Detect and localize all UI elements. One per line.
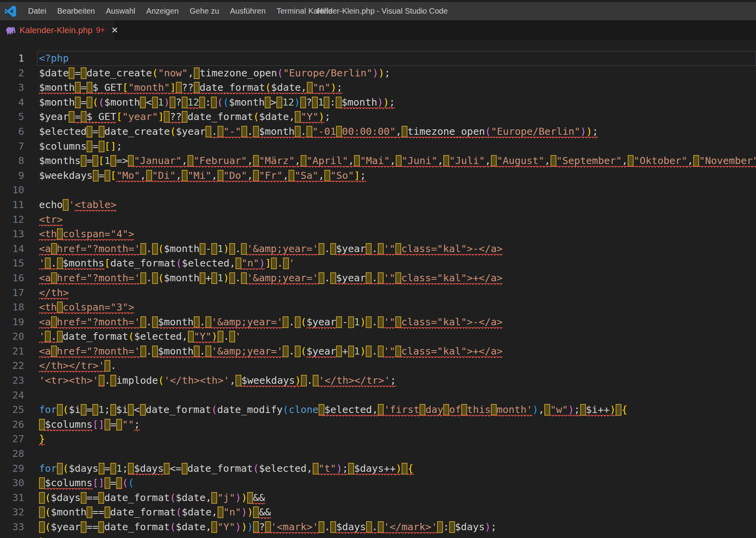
code-token: 1 xyxy=(354,316,360,328)
line-number: 11 xyxy=(0,198,24,212)
menu-item-datei[interactable]: Datei xyxy=(23,2,52,20)
nbsp-highlight-box xyxy=(378,404,384,416)
code-token: ) xyxy=(241,506,247,518)
code-token: "Di" xyxy=(152,169,176,181)
code-token: ' xyxy=(39,330,45,342)
code-token: $elected, xyxy=(324,404,378,415)
code-token: </th> xyxy=(39,287,69,298)
close-icon[interactable]: ✕ xyxy=(111,25,118,35)
code-line-content: <thcolspan="3"> xyxy=(39,300,134,315)
nbsp-highlight-box xyxy=(75,97,81,108)
code-token: ; xyxy=(389,96,395,108)
code-token: ) xyxy=(223,272,229,284)
nbsp-highlight-box xyxy=(580,404,586,416)
menu-item-gehe-zu[interactable]: Gehe zu xyxy=(184,2,225,20)
code-token: date_format xyxy=(104,521,170,533)
nbsp-highlight-box xyxy=(104,170,110,182)
code-token: date_modify xyxy=(217,404,283,415)
menu-item-bearbeiten[interactable]: Bearbeiten xyxy=(52,2,101,20)
code-token: ; xyxy=(104,404,110,415)
code-token: . xyxy=(146,243,152,254)
code-token: . xyxy=(200,345,205,357)
code-token: ; xyxy=(592,125,598,137)
line-number: 26 xyxy=(0,417,24,432)
code-token: of xyxy=(449,404,461,415)
code-token: . xyxy=(110,360,116,371)
code-token: $month xyxy=(39,96,75,108)
nbsp-highlight-box xyxy=(283,346,289,357)
code-line: 18<thcolspan="3"> xyxy=(0,300,756,315)
code-token: '&amp;year=' xyxy=(211,316,283,328)
nbsp-highlight-box xyxy=(312,97,318,108)
code-token: ] xyxy=(99,418,104,430)
code-line: 6$elected=date_create($year."-".$month."… xyxy=(0,124,756,139)
nbsp-highlight-box xyxy=(39,477,45,489)
code-token: ( xyxy=(223,96,229,108)
code-token: ( xyxy=(176,506,182,518)
menu-item-anzeigen[interactable]: Anzeigen xyxy=(141,2,184,20)
code-token: ] xyxy=(99,477,104,489)
code-line: 29for($days=1;$days<=date_format($electe… xyxy=(0,461,756,476)
code-line: 12<tr> xyxy=(0,212,756,227)
code-line: 25for($i=1;$i<date_format(date_modify(cl… xyxy=(0,402,756,417)
code-token: date_format xyxy=(110,257,176,269)
code-editor[interactable]: 1<?php2$date=date_create("now",timezone_… xyxy=(0,40,756,538)
code-token: $month xyxy=(158,316,194,328)
code-token: = xyxy=(92,140,98,152)
code-line-content: ($days==date_format($date,"j"))&& xyxy=(39,490,265,505)
code-token: ? xyxy=(306,96,312,108)
code-token: ( xyxy=(45,492,51,503)
menu-item-terminal[interactable]: Terminal xyxy=(271,2,312,20)
code-token: '&amp;year=' xyxy=(211,345,283,357)
code-token: = xyxy=(74,111,80,122)
code-token: : xyxy=(443,521,449,533)
nbsp-highlight-box xyxy=(378,316,384,328)
code-token: '" xyxy=(384,272,396,284)
code-token: . xyxy=(146,272,152,284)
code-token: "August" xyxy=(497,155,544,166)
code-token: ) xyxy=(319,111,324,122)
nbsp-highlight-box xyxy=(218,126,223,138)
code-token: implode xyxy=(116,374,158,386)
code-line: 23'<tr><th>'.implode('</th><th>',$weekda… xyxy=(0,373,756,388)
nbsp-highlight-box xyxy=(229,331,235,342)
code-token: [] xyxy=(104,140,117,152)
code-token: "Oktober" xyxy=(634,155,687,166)
code-token: $elected, xyxy=(134,330,188,342)
code-token: ( xyxy=(158,243,164,254)
code-token: $date xyxy=(39,67,69,79)
code-token: ( xyxy=(283,404,289,415)
nbsp-highlight-box xyxy=(110,155,116,167)
code-token: ) xyxy=(610,404,616,415)
code-token: 1 xyxy=(104,155,110,166)
nbsp-highlight-box xyxy=(366,243,372,255)
code-token: class="kal">+</a> xyxy=(401,272,503,284)
code-token: ; xyxy=(134,418,140,430)
nbsp-highlight-box xyxy=(205,316,211,328)
code-token: timezone_open xyxy=(407,125,485,137)
code-token: . xyxy=(324,243,330,254)
nbsp-highlight-box xyxy=(194,67,200,79)
code-line-content: $month=(($month<1)?12:(($month>12)?1:$mo… xyxy=(39,95,395,110)
code-token: ' xyxy=(235,330,241,342)
code-token: . xyxy=(372,272,377,284)
nbsp-highlight-box xyxy=(336,97,342,108)
code-token: "Y" xyxy=(194,330,212,342)
line-number: 29 xyxy=(0,461,24,476)
code-token: = xyxy=(87,404,92,415)
code-token: month' xyxy=(497,404,533,415)
code-token: < xyxy=(134,404,140,415)
code-line-content: <ahref="?month='.($month+1).'&amp;year='… xyxy=(39,271,503,286)
code-token: <table> xyxy=(74,199,116,210)
menu-item-auswahl[interactable]: Auswahl xyxy=(100,2,141,20)
tab-kalender-klein-php[interactable]: Kalender-Klein.php 9+ ✕ xyxy=(0,20,115,40)
nbsp-highlight-box xyxy=(194,82,200,93)
code-token: ) xyxy=(247,521,253,533)
menu-item-ausfuhren[interactable]: Ausführen xyxy=(225,2,271,20)
line-number: 10 xyxy=(0,183,24,198)
code-line: 26$columns[]=""; xyxy=(0,417,756,432)
line-number: 16 xyxy=(0,271,24,286)
code-token: 1 xyxy=(318,96,324,108)
code-line: 19<ahref="?month='.$month.'&amp;year='.(… xyxy=(0,315,756,330)
code-token: date_format xyxy=(188,462,253,474)
